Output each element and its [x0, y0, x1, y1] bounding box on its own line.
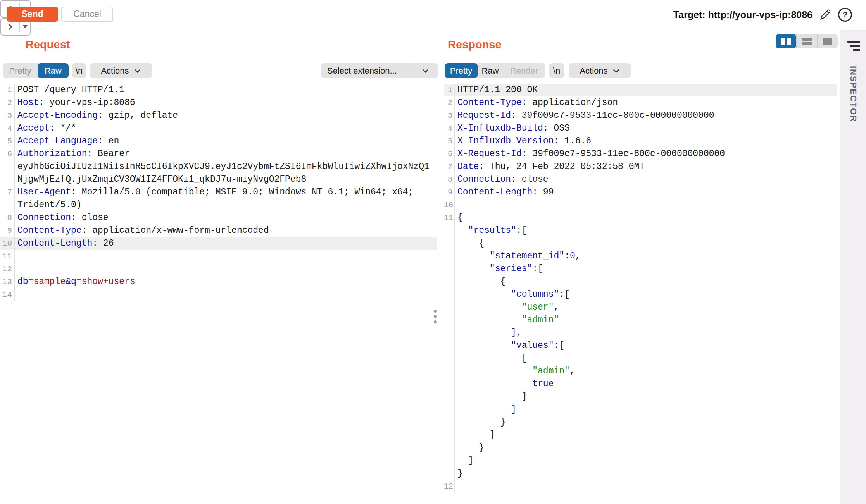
code-text: [455, 199, 457, 212]
line-number: 11: [444, 212, 455, 224]
code-text: Host: your-vps-ip:8086: [15, 96, 135, 109]
code-text: Accept-Encoding: gzip, deflate: [15, 109, 178, 122]
line-number: 9: [444, 186, 455, 199]
edit-target-button[interactable]: [819, 8, 832, 21]
code-text: [455, 480, 457, 493]
layout-rows-button[interactable]: [796, 34, 817, 48]
request-view-tabs: Pretty Raw: [3, 63, 69, 78]
request-editor[interactable]: 1POST /query HTTP/1.12Host: your-vps-ip:…: [0, 84, 437, 301]
code-line: 6X-Request-Id: 39f009c7-9533-11ec-800c-0…: [444, 148, 837, 160]
code-line: Trident/5.0): [0, 199, 437, 212]
response-tab-raw[interactable]: Raw: [478, 63, 503, 78]
code-text: NjgwMjEzfQ.jUxZmqiCV3OW1IZ4FFOKi1_qkDJ7u…: [15, 173, 306, 186]
target-label: Target: http://your-vps-ip:8086: [673, 9, 813, 21]
actions-label: Actions: [101, 66, 129, 76]
divider: [840, 58, 866, 58]
request-tab-pretty[interactable]: Pretty: [3, 63, 38, 78]
select-extension-dropdown[interactable]: Select extension...: [321, 63, 438, 78]
chevron-down-icon: [412, 69, 438, 73]
code-line: 5X-Influxdb-Version: 1.6.6: [444, 135, 837, 148]
line-number: [444, 454, 455, 467]
code-line: 1HTTP/1.1 200 OK: [444, 84, 837, 96]
layout-toggle: [776, 34, 838, 48]
collapse-panel-icon[interactable]: [847, 41, 860, 51]
line-number: [0, 173, 15, 186]
columns-layout-icon: [787, 38, 791, 45]
response-view-tabs: Pretty Raw Render: [445, 63, 545, 78]
code-line: "columns":[: [444, 288, 837, 301]
code-text: "columns":[: [455, 288, 570, 301]
code-text: Date: Thu, 24 Feb 2022 05:32:58 GMT: [455, 160, 645, 173]
code-line: 2Content-Type: application/json: [444, 96, 837, 109]
line-number: 10: [444, 199, 455, 212]
code-text: POST /query HTTP/1.1: [15, 84, 124, 96]
code-line: {: [444, 237, 837, 250]
code-line: 11: [0, 250, 437, 263]
code-line: 6Authorization: Bearer: [0, 148, 437, 160]
request-tab-raw[interactable]: Raw: [38, 63, 69, 78]
line-number: [444, 288, 455, 301]
chevron-down-icon: [134, 69, 141, 73]
code-text: Trident/5.0): [15, 199, 82, 212]
code-text: Accept-Language: en: [15, 135, 119, 148]
layout-columns-button[interactable]: [776, 34, 796, 48]
code-line: }: [444, 416, 837, 429]
line-number: [444, 314, 455, 327]
line-number: [444, 224, 455, 237]
line-number: 5: [444, 135, 455, 148]
code-line: "admin",: [444, 365, 837, 378]
rows-layout-icon: [802, 38, 812, 45]
code-text: [15, 263, 17, 275]
layout-single-button[interactable]: [817, 34, 838, 48]
inspector-label: INSPECTOR: [848, 66, 858, 167]
code-line: "user",: [444, 301, 837, 314]
toolbar: Send Cancel Target: http://your-vps-ip:8…: [0, 0, 866, 29]
line-number: [444, 442, 455, 454]
code-line: 12: [444, 480, 837, 493]
code-line: "results":[: [444, 224, 837, 237]
code-text: ]: [455, 454, 473, 467]
inspector-tab[interactable]: INSPECTOR: [840, 66, 866, 167]
request-tab-row: Pretty Raw \n Actions: [3, 63, 152, 78]
columns-layout-icon: [781, 38, 785, 45]
code-line: }: [444, 442, 837, 454]
code-text: {: [455, 275, 505, 288]
code-text: "series":[: [455, 263, 543, 275]
actions-label: Actions: [580, 66, 607, 76]
code-text: [: [455, 352, 527, 365]
code-line: 9Content-Length: 99: [444, 186, 837, 199]
response-tab-newline[interactable]: \n: [549, 63, 564, 78]
code-text: [15, 288, 17, 301]
code-text: Request-Id: 39f009c7-9533-11ec-800c-0000…: [455, 109, 714, 122]
line-number: 6: [0, 148, 15, 160]
request-actions-dropdown[interactable]: Actions: [90, 63, 152, 78]
code-line: 13db=sample&q=show+users: [0, 275, 437, 288]
code-line: ]: [444, 429, 837, 442]
line-number: [444, 327, 455, 339]
response-tab-render[interactable]: Render: [503, 63, 545, 78]
response-tab-pretty[interactable]: Pretty: [445, 63, 478, 78]
panel-splitter-handle[interactable]: [433, 310, 437, 328]
line-number: [444, 390, 455, 403]
line-number: [444, 429, 455, 442]
code-line: ]: [444, 403, 837, 416]
code-line: 3Accept-Encoding: gzip, deflate: [0, 109, 437, 122]
code-text: ]: [455, 390, 527, 403]
line-number: 9: [0, 224, 15, 237]
chevron-down-icon: [612, 69, 620, 73]
cancel-button[interactable]: Cancel: [61, 7, 113, 22]
code-text: db=sample&q=show+users: [15, 275, 135, 288]
line-number: [444, 275, 455, 288]
send-button[interactable]: Send: [7, 7, 58, 22]
response-actions-dropdown[interactable]: Actions: [569, 63, 631, 78]
code-line: NjgwMjEzfQ.jUxZmqiCV3OW1IZ4FFOKi1_qkDJ7u…: [0, 173, 437, 186]
code-line: 12: [0, 263, 437, 275]
help-icon[interactable]: ?: [838, 8, 852, 22]
line-number: 12: [444, 480, 455, 493]
request-tab-newline[interactable]: \n: [72, 63, 86, 78]
response-editor[interactable]: 1HTTP/1.1 200 OK2Content-Type: applicati…: [444, 84, 837, 493]
code-line: 8Connection: close: [444, 173, 837, 186]
response-panel-title: Response: [448, 38, 502, 51]
code-line: 1POST /query HTTP/1.1: [0, 84, 437, 96]
line-number: 3: [444, 109, 455, 122]
